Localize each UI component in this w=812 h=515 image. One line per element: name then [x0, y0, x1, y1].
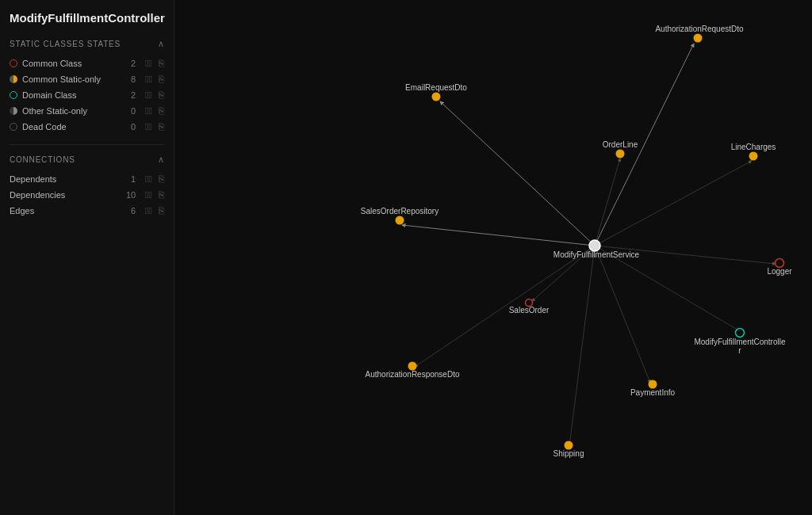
node-orderline-label: OrderLine [603, 140, 638, 149]
node-salesorderrepo-dot[interactable] [396, 216, 404, 225]
domain-class-count: 2 [131, 90, 136, 100]
connection-item-dependencies: Dependencies 10 👁⃠ ⎘ [10, 187, 164, 203]
node-authresponse-label: AuthorizationResponseDto [366, 370, 460, 379]
classes-states-chevron-icon[interactable]: ∧ [158, 39, 164, 49]
class-item-common-class: Common Class 2 👁⃠ ⎘ [10, 55, 164, 71]
dependents-count: 1 [131, 174, 136, 184]
node-authrequest-dot[interactable] [694, 34, 703, 43]
graph-canvas[interactable]: ModifyFulfillmentService AuthorizationRe… [174, 0, 812, 515]
node-authresponse-dot[interactable] [408, 362, 417, 371]
sidebar-divider [10, 144, 164, 145]
dependencies-count: 10 [126, 190, 136, 200]
class-item-dead-code: Dead Code 0 👁⃠ ⎘ [10, 119, 164, 135]
common-class-hide-icon[interactable]: 👁⃠ [145, 58, 152, 69]
node-orderline-dot[interactable] [616, 150, 625, 158]
sidebar: ModifyFulfillmentController STATIC CLASS… [0, 0, 174, 515]
edges-count: 6 [131, 206, 136, 216]
node-linecharges-label: LineCharges [731, 143, 776, 151]
common-class-label: Common Class [22, 59, 126, 68]
node-logger-dot[interactable] [776, 259, 784, 268]
node-paymentinfo-label: PaymentInfo [630, 388, 676, 397]
dependencies-label: Dependencies [10, 190, 121, 200]
node-salesorder-label: SalesOrder [509, 306, 550, 315]
node-linecharges-dot[interactable] [749, 152, 758, 161]
app-title: ModifyFulfillmentController [10, 11, 164, 25]
edge-linecharges [595, 161, 752, 246]
dead-code-dot [10, 123, 17, 131]
edge-emailrequest [440, 101, 595, 246]
other-static-count: 0 [131, 106, 136, 116]
connections-section-header: CONNECTIONS ∧ [10, 154, 164, 165]
other-static-dot [10, 107, 17, 115]
dead-code-label: Dead Code [22, 122, 126, 132]
dependents-copy-icon[interactable]: ⎘ [159, 174, 164, 185]
other-static-copy-icon[interactable]: ⎘ [159, 105, 164, 116]
connections-chevron-icon[interactable]: ∧ [158, 154, 164, 165]
node-paymentinfo-dot[interactable] [649, 380, 657, 389]
node-salesorderrepo-label: SalesOrderRepository [361, 207, 439, 216]
edge-paymentinfo [595, 246, 650, 383]
other-static-hide-icon[interactable]: 👁⃠ [145, 105, 152, 116]
domain-class-hide-icon[interactable]: 👁⃠ [145, 90, 152, 101]
class-item-domain-class: Domain Class 2 👁⃠ ⎘ [10, 87, 164, 103]
node-shipping-dot[interactable] [565, 441, 573, 450]
dead-code-hide-icon[interactable]: 👁⃠ [145, 121, 152, 132]
dependents-label: Dependents [10, 174, 126, 184]
domain-class-copy-icon[interactable]: ⎘ [159, 90, 164, 101]
dependencies-hide-icon[interactable]: 👁⃠ [145, 189, 152, 200]
connections-title: CONNECTIONS [10, 155, 75, 164]
node-center-dot[interactable] [589, 240, 600, 251]
common-static-hide-icon[interactable]: 👁⃠ [145, 74, 152, 85]
common-static-copy-icon[interactable]: ⎘ [159, 74, 164, 85]
node-modifycontroller-dot[interactable] [736, 329, 745, 338]
node-emailrequest-dot[interactable] [432, 93, 441, 101]
common-class-count: 2 [131, 59, 136, 68]
node-emailrequest-label: EmailRequestDto [405, 83, 467, 92]
edges-copy-icon[interactable]: ⎘ [159, 205, 164, 216]
dependents-hide-icon[interactable]: 👁⃠ [145, 174, 152, 185]
common-class-dot [10, 59, 17, 67]
domain-class-label: Domain Class [22, 90, 126, 100]
node-logger-label: Logger [767, 267, 792, 276]
domain-class-dot [10, 91, 17, 99]
connection-item-dependents: Dependents 1 👁⃠ ⎘ [10, 171, 164, 187]
common-class-copy-icon[interactable]: ⎘ [159, 58, 164, 69]
common-static-dot [10, 75, 17, 83]
graph-svg: ModifyFulfillmentService AuthorizationRe… [174, 0, 812, 515]
dead-code-count: 0 [131, 122, 136, 132]
node-center-label: ModifyFulfillmentService [553, 250, 640, 259]
common-static-count: 8 [131, 74, 136, 84]
node-modifycontroller-label: ModifyFulfillmentControlle [694, 338, 785, 346]
other-static-label: Other Static-only [22, 106, 126, 116]
edge-shipping [569, 246, 595, 446]
node-authrequest-label: AuthorizationRequestDto [655, 25, 744, 33]
edge-salesorderrepo [402, 225, 595, 246]
class-item-other-static: Other Static-only 0 👁⃠ ⎘ [10, 103, 164, 119]
edge-authresponse [415, 246, 595, 367]
dependencies-copy-icon[interactable]: ⎘ [159, 189, 164, 200]
edges-hide-icon[interactable]: 👁⃠ [145, 205, 152, 216]
node-modifycontroller-label2: r [738, 346, 741, 355]
common-static-label: Common Static-only [22, 74, 126, 84]
node-shipping-label: Shipping [553, 449, 584, 458]
classes-states-section-header: STATIC CLASSES STATES ∧ [10, 39, 164, 49]
class-item-common-static: Common Static-only 8 👁⃠ ⎘ [10, 71, 164, 87]
connection-item-edges: Edges 6 👁⃠ ⎘ [10, 203, 164, 219]
dead-code-copy-icon[interactable]: ⎘ [159, 121, 164, 132]
classes-states-title: STATIC CLASSES STATES [10, 40, 121, 48]
edges-label: Edges [10, 206, 126, 216]
